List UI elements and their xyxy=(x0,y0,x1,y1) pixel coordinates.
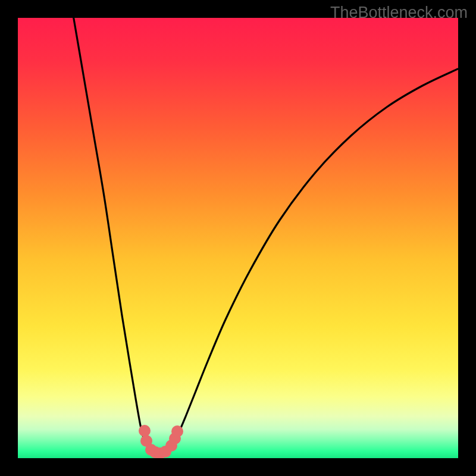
plot-area xyxy=(18,18,458,458)
chart-frame: TheBottleneck.com xyxy=(0,0,476,476)
data-point xyxy=(139,425,151,437)
watermark-text: TheBottleneck.com xyxy=(330,4,468,22)
data-markers xyxy=(18,18,458,458)
data-point xyxy=(171,425,183,437)
